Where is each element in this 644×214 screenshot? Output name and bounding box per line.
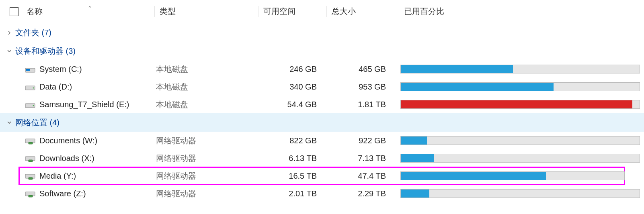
- drive-type: 网络驱动器: [156, 188, 260, 199]
- drive-row[interactable]: Documents (W:)网络驱动器822 GB922 GB: [0, 132, 644, 149]
- usage-bar-fill: [401, 65, 513, 73]
- usage-bar: [400, 82, 640, 91]
- drive-usage-cell: [400, 154, 644, 163]
- drive-total-size: 2.29 TB: [328, 189, 400, 198]
- drive-total-size: 922 GB: [328, 136, 400, 145]
- network-drive-icon: [25, 154, 35, 162]
- chevron-right-icon[interactable]: [6, 30, 13, 35]
- select-all-checkbox[interactable]: [10, 7, 18, 16]
- drive-name: Media (Y:): [39, 171, 156, 181]
- usage-bar-fill: [401, 190, 429, 198]
- drive-name: Downloads (X:): [39, 154, 156, 163]
- drive-total-size: 953 GB: [328, 82, 400, 92]
- drive-name: Documents (W:): [39, 136, 156, 145]
- svg-point-6: [33, 105, 34, 106]
- local-drive-icon: [25, 83, 35, 91]
- column-header-row: 名称 ⌃ 类型 可用空间 总大小 已用百分比: [0, 0, 644, 23]
- column-header-usage[interactable]: 已用百分比: [399, 6, 644, 17]
- group-label: 网络位置 (4): [15, 117, 59, 128]
- usage-bar: [400, 189, 640, 198]
- column-header-total-size[interactable]: 总大小: [326, 6, 399, 17]
- drive-free-space: 16.5 TB: [260, 171, 328, 181]
- usage-bar-fill: [401, 154, 434, 162]
- drive-name: System (C:): [39, 65, 156, 74]
- column-header-type[interactable]: 类型: [154, 6, 258, 17]
- drive-usage-cell: [400, 65, 644, 73]
- group-header-devices[interactable]: 设备和驱动器 (3): [0, 42, 644, 60]
- drive-name: Software (Z:): [39, 189, 156, 198]
- drive-name: Samsung_T7_Shield (E:): [39, 100, 156, 109]
- drive-name: Data (D:): [39, 82, 156, 92]
- svg-rect-10: [29, 160, 33, 162]
- group-header-folders[interactable]: 文件夹 (7): [0, 23, 644, 42]
- drive-total-size: 1.81 TB: [328, 100, 400, 109]
- network-drive-icon: [25, 137, 35, 145]
- chevron-down-icon[interactable]: [6, 121, 13, 124]
- drive-usage-cell: [400, 100, 644, 109]
- usage-bar: [400, 154, 640, 163]
- drive-usage-cell: [400, 136, 644, 145]
- usage-bar-fill: [401, 172, 546, 180]
- group-label: 设备和驱动器 (3): [15, 46, 76, 57]
- drive-usage-cell: [400, 189, 644, 198]
- drive-free-space: 822 GB: [260, 136, 328, 145]
- svg-rect-12: [29, 177, 33, 179]
- drive-type: 本地磁盘: [156, 64, 260, 75]
- svg-rect-14: [29, 195, 33, 197]
- local-drive-icon: [25, 100, 35, 108]
- drive-free-space: 2.01 TB: [260, 189, 328, 198]
- drive-usage-cell: [400, 82, 644, 91]
- drive-usage-cell: [400, 171, 625, 180]
- drive-type: 本地磁盘: [156, 82, 260, 92]
- drive-row[interactable]: System (C:)本地磁盘246 GB465 GB: [0, 60, 644, 78]
- drive-total-size: 47.4 TB: [328, 171, 400, 181]
- drive-row[interactable]: Samsung_T7_Shield (E:)本地磁盘54.4 GB1.81 TB: [0, 96, 644, 113]
- drive-total-size: 7.13 TB: [328, 154, 400, 163]
- usage-bar: [400, 171, 625, 180]
- drive-free-space: 340 GB: [260, 82, 328, 92]
- drive-row[interactable]: Media (Y:)网络驱动器16.5 TB47.4 TB: [19, 167, 625, 185]
- svg-point-4: [33, 88, 34, 89]
- usage-bar: [400, 100, 640, 109]
- column-header-name-label: 名称: [27, 7, 43, 16]
- usage-bar-fill: [401, 83, 554, 91]
- usage-bar: [400, 136, 640, 145]
- drive-free-space: 246 GB: [260, 65, 328, 74]
- local-drive-icon: [25, 65, 35, 73]
- group-label: 文件夹 (7): [15, 27, 51, 38]
- drive-type: 本地磁盘: [156, 99, 260, 110]
- chevron-down-icon[interactable]: [6, 49, 13, 53]
- network-drive-icon: [25, 190, 35, 198]
- drive-row[interactable]: Data (D:)本地磁盘340 GB953 GB: [0, 78, 644, 96]
- group-header-network[interactable]: 网络位置 (4): [0, 113, 644, 132]
- column-header-name[interactable]: 名称 ⌃: [27, 6, 154, 17]
- drive-type: 网络驱动器: [156, 171, 260, 181]
- usage-bar-fill: [401, 100, 632, 108]
- column-header-free-space[interactable]: 可用空间: [258, 6, 326, 17]
- svg-rect-2: [28, 69, 30, 71]
- svg-rect-1: [26, 69, 28, 71]
- network-drive-icon: [25, 172, 35, 180]
- drive-total-size: 465 GB: [328, 65, 400, 74]
- drive-type: 网络驱动器: [156, 153, 260, 164]
- drive-free-space: 6.13 TB: [260, 154, 328, 163]
- drive-free-space: 54.4 GB: [260, 100, 328, 109]
- drive-row[interactable]: Downloads (X:)网络驱动器6.13 TB7.13 TB: [0, 149, 644, 167]
- drive-type: 网络驱动器: [156, 135, 260, 146]
- usage-bar: [400, 65, 640, 73]
- svg-rect-8: [29, 142, 33, 144]
- usage-bar-fill: [401, 137, 427, 145]
- sort-ascending-icon: ⌃: [88, 5, 92, 11]
- drive-row[interactable]: Software (Z:)网络驱动器2.01 TB2.29 TB: [0, 185, 644, 202]
